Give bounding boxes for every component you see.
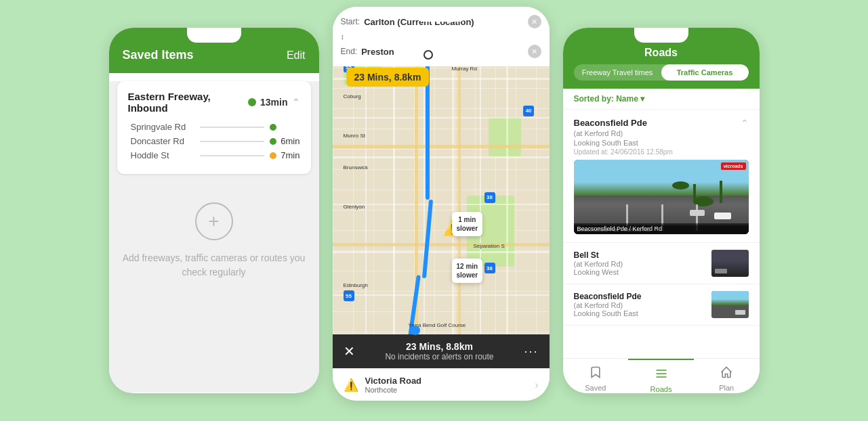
route-incidents: No incidents or alerts on route xyxy=(385,352,493,361)
phone-3-footer: Saved Roads Plan xyxy=(563,358,760,393)
camera-item-beaconsfield-small[interactable]: Beaconsfield Pde (at Kerford Rd) Looking… xyxy=(563,284,760,326)
phone-2-notch xyxy=(414,7,468,22)
suburb-label: Coburg xyxy=(344,93,361,99)
segment-doncaster: Doncaster Rd 6min xyxy=(128,136,300,146)
camera-subtitle: (at Kerford Rd) xyxy=(574,129,673,137)
start-label: Start: xyxy=(341,17,360,26)
suburb-label: Separation S xyxy=(474,243,505,249)
camera-subtitle: (at Kerford Rd) xyxy=(574,301,705,309)
camera-location-label: Beaconsfield Pde / Kerford Rd xyxy=(574,225,749,234)
camera-thumbnail-large: vicroads Beaconsfield Pde / Kerford Rd xyxy=(574,160,749,234)
segment-dot xyxy=(270,138,276,145)
incident-info: Victoria Road Northcote xyxy=(365,376,529,394)
roads-tab[interactable]: Roads xyxy=(628,359,694,393)
end-row: End: Preston ✕ xyxy=(341,45,541,58)
saved-item-card[interactable]: Eastern Freeway, Inbound 13min ⌃ Springv… xyxy=(117,81,311,174)
roads-tab-label: Roads xyxy=(628,385,694,393)
camera-thumbnail-small xyxy=(711,291,749,318)
camera-title: Beaconsfield Pde xyxy=(574,292,705,301)
saved-item-header: Eastern Freeway, Inbound 13min ⌃ xyxy=(128,91,300,114)
route-time-dist: 23 Mins, 8.8km xyxy=(385,341,493,352)
phone-1-content: Eastern Freeway, Inbound 13min ⌃ Springv… xyxy=(109,81,319,393)
segment-name: Hoddle St xyxy=(131,150,195,160)
saved-tab-label: Saved xyxy=(563,384,629,392)
route-name: Eastern Freeway, Inbound xyxy=(128,91,249,114)
phone-1: Saved Items Edit Eastern Freeway, Inboun… xyxy=(109,28,319,393)
incident-warning-icon: ⚠️ xyxy=(344,378,358,393)
edit-button[interactable]: Edit xyxy=(287,49,306,62)
add-button[interactable]: + xyxy=(195,202,233,240)
camera-title: Bell St xyxy=(574,250,705,260)
camera-item-bell-st[interactable]: Bell St (at Kerford Rd) Looking West xyxy=(563,243,760,284)
add-section: + Add freeways, traffic cameras or route… xyxy=(109,182,319,300)
camera-thumbnail-small xyxy=(711,250,749,277)
camera-direction: Looking South East xyxy=(574,139,673,147)
camera-info: Bell St (at Kerford Rd) Looking West xyxy=(574,250,705,276)
segment-dot xyxy=(270,124,276,131)
freeway-times-tab[interactable]: Freeway Travel times xyxy=(574,64,661,81)
status-dot xyxy=(248,98,256,106)
camera-info: Beaconsfield Pde (at Kerford Rd) Looking… xyxy=(574,292,705,317)
camera-list: Beaconsfield Pde (at Kerford Rd) Looking… xyxy=(563,110,760,358)
traffic-cameras-tab[interactable]: Traffic Cameras xyxy=(661,64,749,81)
sort-row[interactable]: Sorted by: Name ▾ xyxy=(563,89,760,110)
chevron-up-icon[interactable]: ⌃ xyxy=(292,97,300,108)
phone-3-body: Sorted by: Name ▾ Beaconsfield Pde (at K… xyxy=(563,89,760,393)
total-time: 13min xyxy=(260,97,287,108)
suburb-label: Munro St xyxy=(344,133,365,139)
suburb-label: Edinburgh xyxy=(344,282,368,288)
time-badge: 23 Mins, 8.8km xyxy=(346,68,430,87)
end-value[interactable]: Preston xyxy=(361,47,527,57)
phone-3: Roads Freeway Travel times Traffic Camer… xyxy=(563,28,760,393)
camera-update: Updated at: 24/06/2016 12.58pm xyxy=(574,148,673,156)
road-shield: 38 xyxy=(484,192,495,203)
phone-2: Preston Murray Rd Coburg Munro St Brunsw… xyxy=(333,7,550,401)
clear-start-button[interactable]: ✕ xyxy=(528,15,541,28)
road-shield: 38 xyxy=(484,263,495,273)
roads-title: Roads xyxy=(574,47,749,59)
segment-hoddle: Hoddle St 7min xyxy=(128,150,300,160)
more-options-button[interactable]: ··· xyxy=(524,345,538,359)
incident-card[interactable]: ⚠️ Victoria Road Northcote › xyxy=(333,368,550,401)
plan-tab[interactable]: Plan xyxy=(694,359,760,393)
route-summary: 23 Mins, 8.8km No incidents or alerts on… xyxy=(385,341,493,361)
roads-icon xyxy=(628,367,694,384)
road-shield: 55 xyxy=(344,290,354,301)
segment-time: 6min xyxy=(276,136,300,146)
incident-road-name: Victoria Road xyxy=(365,376,529,386)
suburb-label: Murray Rd xyxy=(452,66,477,72)
segment-dot xyxy=(270,152,276,159)
add-text: Add freeways, traffic cameras or routes … xyxy=(123,251,306,280)
incident-arrow-icon: › xyxy=(535,379,538,391)
segment-name: Springvale Rd xyxy=(131,122,195,132)
suburb-label: Glenlyon xyxy=(344,204,365,210)
close-route-button[interactable]: ✕ xyxy=(344,343,355,359)
expand-icon[interactable]: ⌃ xyxy=(741,118,749,129)
start-pin xyxy=(423,50,433,60)
vicroads-logo: vicroads xyxy=(721,162,746,170)
camera-item-beaconsfield-large[interactable]: Beaconsfield Pde (at Kerford Rd) Looking… xyxy=(563,110,760,243)
route-time: 13min ⌃ xyxy=(248,97,299,108)
saved-items-title: Saved Items xyxy=(123,48,194,62)
segment-springvale: Springvale Rd xyxy=(128,122,300,132)
swap-arrows[interactable]: ↕ xyxy=(341,31,541,42)
clear-end-button[interactable]: ✕ xyxy=(528,45,541,58)
slowdown-badge-1: 1 minslower xyxy=(452,212,483,236)
phones-container: Saved Items Edit Eastern Freeway, Inboun… xyxy=(96,7,773,414)
saved-tab[interactable]: Saved xyxy=(563,359,629,393)
camera-direction: Looking West xyxy=(574,268,705,276)
slowdown-badge-2: 12 minslower xyxy=(452,259,483,283)
incident-location: Northcote xyxy=(365,386,529,394)
end-label: End: xyxy=(341,47,358,56)
segment-time: 7min xyxy=(276,150,300,160)
camera-subtitle: (at Kerford Rd) xyxy=(574,260,705,268)
camera-title: Beaconsfield Pde xyxy=(574,118,673,128)
phone-1-notch xyxy=(187,28,241,43)
plan-tab-label: Plan xyxy=(694,384,760,392)
bookmark-icon xyxy=(563,365,629,382)
suburb-label: Brunswick xyxy=(344,164,368,171)
plan-icon xyxy=(694,365,760,382)
view-toggle: Freeway Travel times Traffic Cameras xyxy=(574,64,749,81)
segment-name: Doncaster Rd xyxy=(131,136,195,146)
map-bottom-bar: ✕ 23 Mins, 8.8km No incidents or alerts … xyxy=(333,334,550,368)
